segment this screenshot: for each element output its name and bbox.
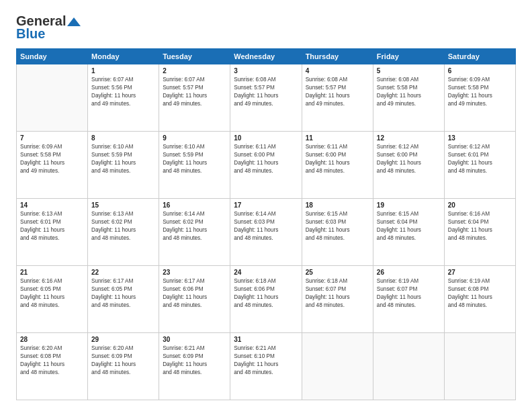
day-number: 9	[163, 134, 226, 142]
day-number: 12	[377, 134, 441, 142]
calendar-cell	[373, 333, 444, 400]
day-info: Sunrise: 6:18 AM Sunset: 6:06 PM Dayligh…	[234, 277, 298, 310]
day-info: Sunrise: 6:20 AM Sunset: 6:08 PM Dayligh…	[20, 345, 84, 377]
header: General Blue	[16, 13, 516, 42]
day-number: 14	[20, 201, 84, 209]
calendar-cell: 24Sunrise: 6:18 AM Sunset: 6:06 PM Dayli…	[230, 266, 302, 333]
day-info: Sunrise: 6:19 AM Sunset: 6:08 PM Dayligh…	[448, 277, 512, 310]
day-number: 18	[306, 201, 369, 209]
day-number: 22	[91, 269, 155, 276]
day-info: Sunrise: 6:17 AM Sunset: 6:05 PM Dayligh…	[91, 277, 155, 310]
day-number: 21	[20, 269, 84, 276]
calendar-header-cell: Thursday	[302, 49, 373, 64]
calendar-cell: 27Sunrise: 6:19 AM Sunset: 6:08 PM Dayli…	[444, 266, 515, 333]
day-number: 7	[20, 134, 84, 142]
calendar-cell: 25Sunrise: 6:18 AM Sunset: 6:07 PM Dayli…	[302, 266, 373, 333]
day-info: Sunrise: 6:19 AM Sunset: 6:07 PM Dayligh…	[377, 277, 441, 310]
day-info: Sunrise: 6:07 AM Sunset: 5:57 PM Dayligh…	[163, 76, 226, 108]
calendar-header-cell: Tuesday	[159, 49, 230, 64]
calendar-cell: 12Sunrise: 6:12 AM Sunset: 6:00 PM Dayli…	[373, 132, 444, 199]
calendar-cell: 17Sunrise: 6:14 AM Sunset: 6:03 PM Dayli…	[230, 199, 302, 266]
day-number: 4	[306, 67, 369, 75]
day-number: 10	[234, 134, 298, 142]
svg-marker-0	[67, 17, 81, 26]
day-info: Sunrise: 6:15 AM Sunset: 6:03 PM Dayligh…	[306, 210, 369, 242]
day-info: Sunrise: 6:11 AM Sunset: 6:00 PM Dayligh…	[306, 143, 369, 175]
day-info: Sunrise: 6:20 AM Sunset: 6:09 PM Dayligh…	[91, 345, 155, 377]
day-info: Sunrise: 6:13 AM Sunset: 6:02 PM Dayligh…	[91, 210, 155, 242]
calendar-cell	[302, 333, 373, 400]
calendar-cell: 23Sunrise: 6:17 AM Sunset: 6:06 PM Dayli…	[159, 266, 230, 333]
day-info: Sunrise: 6:16 AM Sunset: 6:05 PM Dayligh…	[20, 277, 84, 310]
logo: General Blue	[16, 13, 81, 42]
calendar-week-row: 1Sunrise: 6:07 AM Sunset: 5:56 PM Daylig…	[17, 64, 516, 132]
day-number: 30	[163, 336, 226, 343]
calendar-header-cell: Monday	[88, 49, 159, 64]
day-number: 24	[234, 269, 298, 276]
calendar-week-row: 14Sunrise: 6:13 AM Sunset: 6:01 PM Dayli…	[17, 199, 516, 266]
calendar-cell: 11Sunrise: 6:11 AM Sunset: 6:00 PM Dayli…	[302, 132, 373, 199]
day-number: 27	[448, 269, 512, 276]
day-info: Sunrise: 6:10 AM Sunset: 5:59 PM Dayligh…	[91, 143, 155, 175]
day-info: Sunrise: 6:11 AM Sunset: 6:00 PM Dayligh…	[234, 143, 298, 175]
day-info: Sunrise: 6:14 AM Sunset: 6:03 PM Dayligh…	[234, 210, 298, 242]
calendar-header-cell: Sunday	[17, 49, 88, 64]
day-number: 19	[377, 201, 441, 209]
calendar-cell: 21Sunrise: 6:16 AM Sunset: 6:05 PM Dayli…	[17, 266, 88, 333]
day-number: 13	[448, 134, 512, 142]
calendar-cell: 13Sunrise: 6:12 AM Sunset: 6:01 PM Dayli…	[444, 132, 515, 199]
day-number: 5	[377, 67, 441, 75]
day-number: 17	[234, 201, 298, 209]
calendar-cell: 26Sunrise: 6:19 AM Sunset: 6:07 PM Dayli…	[373, 266, 444, 333]
calendar-cell: 22Sunrise: 6:17 AM Sunset: 6:05 PM Dayli…	[88, 266, 159, 333]
day-info: Sunrise: 6:08 AM Sunset: 5:58 PM Dayligh…	[377, 76, 441, 108]
calendar-cell: 10Sunrise: 6:11 AM Sunset: 6:00 PM Dayli…	[230, 132, 302, 199]
calendar-cell: 1Sunrise: 6:07 AM Sunset: 5:56 PM Daylig…	[88, 64, 159, 132]
day-number: 31	[234, 336, 298, 343]
calendar-cell: 5Sunrise: 6:08 AM Sunset: 5:58 PM Daylig…	[373, 64, 444, 132]
day-info: Sunrise: 6:10 AM Sunset: 5:59 PM Dayligh…	[163, 143, 226, 175]
day-number: 16	[163, 201, 226, 209]
day-number: 28	[20, 336, 84, 343]
day-number: 29	[91, 336, 155, 343]
calendar-cell: 6Sunrise: 6:09 AM Sunset: 5:58 PM Daylig…	[444, 64, 515, 132]
day-info: Sunrise: 6:21 AM Sunset: 6:10 PM Dayligh…	[234, 345, 298, 377]
calendar-cell: 7Sunrise: 6:09 AM Sunset: 5:58 PM Daylig…	[17, 132, 88, 199]
calendar-cell: 31Sunrise: 6:21 AM Sunset: 6:10 PM Dayli…	[230, 333, 302, 400]
calendar-cell: 2Sunrise: 6:07 AM Sunset: 5:57 PM Daylig…	[159, 64, 230, 132]
day-number: 23	[163, 269, 226, 276]
day-info: Sunrise: 6:08 AM Sunset: 5:57 PM Dayligh…	[306, 76, 369, 108]
logo-icon	[67, 17, 81, 26]
day-info: Sunrise: 6:08 AM Sunset: 5:57 PM Dayligh…	[234, 76, 298, 108]
page: General Blue SundayMondayTuesdayWednesda…	[0, 0, 532, 411]
calendar-header-cell: Wednesday	[230, 49, 302, 64]
day-info: Sunrise: 6:07 AM Sunset: 5:56 PM Dayligh…	[91, 76, 155, 108]
calendar-cell: 15Sunrise: 6:13 AM Sunset: 6:02 PM Dayli…	[88, 199, 159, 266]
calendar-cell	[444, 333, 515, 400]
calendar-cell: 30Sunrise: 6:21 AM Sunset: 6:09 PM Dayli…	[159, 333, 230, 400]
day-info: Sunrise: 6:09 AM Sunset: 5:58 PM Dayligh…	[448, 76, 512, 108]
day-info: Sunrise: 6:14 AM Sunset: 6:02 PM Dayligh…	[163, 210, 226, 242]
day-number: 26	[377, 269, 441, 276]
calendar-header-cell: Saturday	[444, 49, 515, 64]
calendar-header-cell: Friday	[373, 49, 444, 64]
calendar-cell: 19Sunrise: 6:15 AM Sunset: 6:04 PM Dayli…	[373, 199, 444, 266]
day-info: Sunrise: 6:12 AM Sunset: 6:00 PM Dayligh…	[377, 143, 441, 175]
day-number: 6	[448, 67, 512, 75]
day-info: Sunrise: 6:13 AM Sunset: 6:01 PM Dayligh…	[20, 210, 84, 242]
calendar-table: SundayMondayTuesdayWednesdayThursdayFrid…	[16, 48, 516, 400]
calendar-cell: 9Sunrise: 6:10 AM Sunset: 5:59 PM Daylig…	[159, 132, 230, 199]
day-number: 1	[91, 67, 155, 75]
logo-blue-text: Blue	[16, 26, 45, 42]
calendar-week-row: 7Sunrise: 6:09 AM Sunset: 5:58 PM Daylig…	[17, 132, 516, 199]
calendar-cell: 28Sunrise: 6:20 AM Sunset: 6:08 PM Dayli…	[17, 333, 88, 400]
calendar-week-row: 28Sunrise: 6:20 AM Sunset: 6:08 PM Dayli…	[17, 333, 516, 400]
calendar-cell: 20Sunrise: 6:16 AM Sunset: 6:04 PM Dayli…	[444, 199, 515, 266]
calendar-cell: 29Sunrise: 6:20 AM Sunset: 6:09 PM Dayli…	[88, 333, 159, 400]
day-number: 15	[91, 201, 155, 209]
day-number: 20	[448, 201, 512, 209]
calendar-cell: 18Sunrise: 6:15 AM Sunset: 6:03 PM Dayli…	[302, 199, 373, 266]
day-number: 3	[234, 67, 298, 75]
calendar-cell: 16Sunrise: 6:14 AM Sunset: 6:02 PM Dayli…	[159, 199, 230, 266]
day-number: 2	[163, 67, 226, 75]
